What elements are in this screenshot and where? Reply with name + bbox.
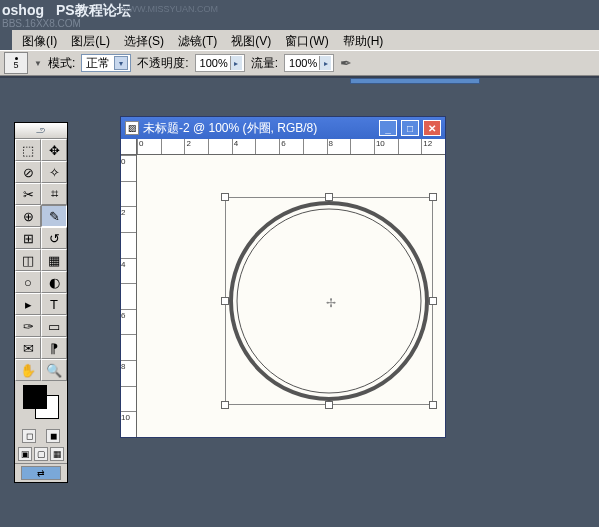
ruler-tick: 12 — [421, 139, 445, 154]
maximize-button[interactable]: □ — [401, 120, 419, 136]
ruler-tick: 0 — [121, 155, 136, 181]
ruler-tick: 10 — [121, 411, 136, 437]
opacity-input[interactable]: 100% ▸ — [195, 54, 245, 72]
transform-center-icon[interactable]: ✢ — [325, 297, 337, 309]
path-tool[interactable]: ▸ — [15, 293, 41, 315]
chevron-down-icon[interactable]: ▼ — [34, 59, 42, 68]
opacity-value: 100% — [200, 57, 228, 69]
separator — [0, 76, 599, 78]
opacity-label: 不透明度: — [137, 55, 188, 72]
ruler-tick — [121, 232, 136, 258]
zoom-tool[interactable]: 🔍 — [41, 359, 67, 381]
screen-std[interactable]: ▣ — [18, 447, 32, 461]
panel-tab-strip[interactable] — [350, 78, 480, 84]
document-window: ▨ 未标题-2 @ 100% (外圈, RGB/8) _ □ ✕ 0246810… — [120, 116, 446, 438]
ruler-tick — [121, 386, 136, 412]
pen-tool[interactable]: ✑ — [15, 315, 41, 337]
ruler-tick — [208, 139, 232, 154]
vertical-ruler[interactable]: 0246810 — [121, 155, 137, 437]
mode-label: 模式: — [48, 55, 75, 72]
canvas[interactable]: ✢ — [137, 155, 445, 437]
ruler-tick — [121, 181, 136, 207]
brush-preset-picker[interactable]: 5 — [4, 52, 28, 74]
mode-dropdown[interactable]: 正常 ▾ — [81, 54, 131, 72]
airbrush-icon[interactable]: ✒ — [340, 55, 360, 71]
ruler-tick: 4 — [232, 139, 256, 154]
quickmask-off[interactable]: ◻ — [22, 429, 36, 443]
minimize-button[interactable]: _ — [379, 120, 397, 136]
ruler-tick — [121, 283, 136, 309]
toolbox-header[interactable]: ౨ — [15, 123, 67, 139]
menu-layer[interactable]: 图层(L) — [65, 32, 116, 48]
slice-tool[interactable]: ⌗ — [41, 183, 67, 205]
transform-handle-br[interactable] — [429, 401, 437, 409]
menu-window[interactable]: 窗口(W) — [279, 32, 334, 48]
jump-to-imageready[interactable]: ⇄ — [21, 466, 61, 480]
stamp-tool[interactable]: ⊞ — [15, 227, 41, 249]
transform-handle-tr[interactable] — [429, 193, 437, 201]
screen-full[interactable]: ▦ — [50, 447, 64, 461]
ruler-tick: 2 — [121, 206, 136, 232]
ruler-tick — [255, 139, 279, 154]
blur-tool[interactable]: ○ — [15, 271, 41, 293]
brush-tool[interactable]: ✎ — [41, 205, 67, 227]
brush-size-value: 5 — [13, 60, 18, 70]
title-bar[interactable]: ▨ 未标题-2 @ 100% (外圈, RGB/8) _ □ ✕ — [121, 117, 445, 139]
horizontal-ruler[interactable]: 024681012 — [137, 139, 445, 155]
eyedropper-tool[interactable]: ⁋ — [41, 337, 67, 359]
options-bar: 5 ▼ 模式: 正常 ▾ 不透明度: 100% ▸ 流量: 100% ▸ ✒ — [0, 50, 599, 76]
hand-tool[interactable]: ✋ — [15, 359, 41, 381]
eraser-tool[interactable]: ◫ — [15, 249, 41, 271]
menubar: 图像(I) 图层(L) 选择(S) 滤镜(T) 视图(V) 窗口(W) 帮助(H… — [12, 30, 599, 50]
menu-image[interactable]: 图像(I) — [16, 32, 63, 48]
ruler-tick — [303, 139, 327, 154]
close-button[interactable]: ✕ — [423, 120, 441, 136]
notes-tool[interactable]: ✉ — [15, 337, 41, 359]
crop-tool[interactable]: ✂ — [15, 183, 41, 205]
ruler-tick: 4 — [121, 258, 136, 284]
transform-handle-ml[interactable] — [221, 297, 229, 305]
feather-icon: ౨ — [35, 124, 47, 138]
transform-handle-mr[interactable] — [429, 297, 437, 305]
ruler-tick: 8 — [327, 139, 351, 154]
color-swatches[interactable] — [15, 381, 67, 427]
menu-filter[interactable]: 滤镜(T) — [172, 32, 223, 48]
ruler-tick: 2 — [184, 139, 208, 154]
marquee-tool[interactable]: ⬚ — [15, 139, 41, 161]
document-title: 未标题-2 @ 100% (外圈, RGB/8) — [143, 120, 375, 137]
quickmask-on[interactable]: ◼ — [46, 429, 60, 443]
watermark-sub: BBS.16XX8.COM — [2, 18, 81, 29]
flow-label: 流量: — [251, 55, 278, 72]
foreground-color[interactable] — [23, 385, 47, 409]
menu-help[interactable]: 帮助(H) — [337, 32, 390, 48]
transform-handle-bl[interactable] — [221, 401, 229, 409]
ruler-tick — [398, 139, 422, 154]
shape-tool[interactable]: ▭ — [41, 315, 67, 337]
screen-full-menu[interactable]: ▢ — [34, 447, 48, 461]
heal-tool[interactable]: ⊕ — [15, 205, 41, 227]
ruler-tick — [121, 334, 136, 360]
lasso-tool[interactable]: ⊘ — [15, 161, 41, 183]
watermark-title: oshog — [2, 2, 44, 18]
ruler-tick — [161, 139, 185, 154]
history-brush-tool[interactable]: ↺ — [41, 227, 67, 249]
flow-input[interactable]: 100% ▸ — [284, 54, 334, 72]
type-tool[interactable]: T — [41, 293, 67, 315]
flow-value: 100% — [289, 57, 317, 69]
transform-handle-bm[interactable] — [325, 401, 333, 409]
move-tool[interactable]: ✥ — [41, 139, 67, 161]
ruler-tick: 6 — [279, 139, 303, 154]
wand-tool[interactable]: ✧ — [41, 161, 67, 183]
dodge-tool[interactable]: ◐ — [41, 271, 67, 293]
ruler-tick: 10 — [374, 139, 398, 154]
ruler-tick — [350, 139, 374, 154]
menu-select[interactable]: 选择(S) — [118, 32, 170, 48]
ruler-tick: 0 — [137, 139, 161, 154]
gradient-tool[interactable]: ▦ — [41, 249, 67, 271]
ruler-origin[interactable] — [121, 139, 137, 155]
arrow-right-icon: ▸ — [230, 56, 242, 70]
document-icon: ▨ — [125, 121, 139, 135]
transform-handle-tl[interactable] — [221, 193, 229, 201]
menu-view[interactable]: 视图(V) — [225, 32, 277, 48]
transform-handle-tm[interactable] — [325, 193, 333, 201]
